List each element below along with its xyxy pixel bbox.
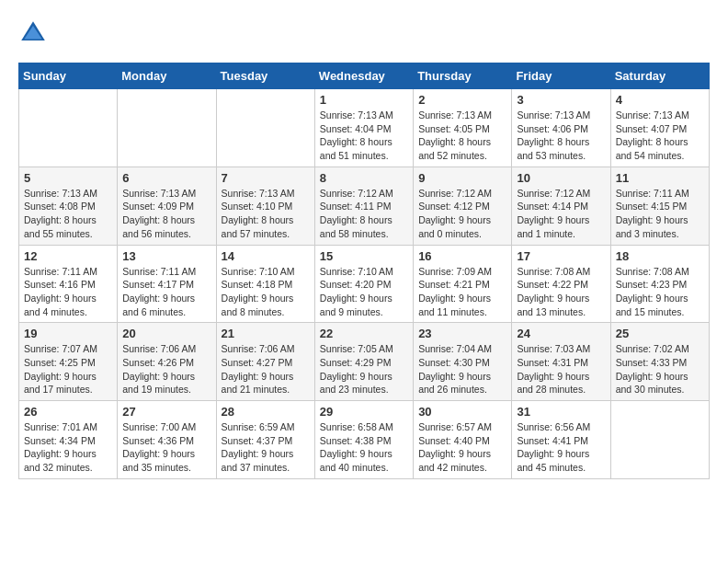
- day-number: 17: [517, 249, 605, 263]
- day-number: 8: [320, 171, 408, 185]
- day-number: 5: [24, 171, 112, 185]
- day-number: 29: [320, 405, 408, 419]
- calendar-cell: [19, 89, 118, 167]
- calendar-cell: 3Sunrise: 7:13 AM Sunset: 4:06 PM Daylig…: [512, 89, 610, 167]
- day-number: 28: [222, 405, 310, 419]
- page-header: [18, 18, 710, 48]
- calendar-cell: 21Sunrise: 7:06 AM Sunset: 4:27 PM Dayli…: [216, 323, 314, 401]
- day-info: Sunrise: 7:05 AM Sunset: 4:29 PM Dayligh…: [320, 342, 408, 396]
- calendar-cell: 5Sunrise: 7:13 AM Sunset: 4:08 PM Daylig…: [19, 167, 118, 245]
- calendar-week-row: 5Sunrise: 7:13 AM Sunset: 4:08 PM Daylig…: [19, 167, 710, 245]
- calendar-cell: 31Sunrise: 6:56 AM Sunset: 4:41 PM Dayli…: [512, 401, 610, 479]
- day-number: 22: [320, 327, 408, 340]
- day-number: 20: [122, 327, 210, 340]
- day-number: 30: [418, 405, 506, 419]
- day-number: 10: [517, 171, 605, 185]
- day-info: Sunrise: 7:02 AM Sunset: 4:33 PM Dayligh…: [616, 342, 704, 396]
- calendar-cell: 25Sunrise: 7:02 AM Sunset: 4:33 PM Dayli…: [610, 323, 709, 401]
- calendar-cell: 30Sunrise: 6:57 AM Sunset: 4:40 PM Dayli…: [414, 401, 512, 479]
- day-info: Sunrise: 7:12 AM Sunset: 4:14 PM Dayligh…: [517, 187, 605, 241]
- day-info: Sunrise: 7:04 AM Sunset: 4:30 PM Dayligh…: [418, 342, 506, 396]
- day-number: 15: [320, 249, 408, 263]
- calendar-cell: 15Sunrise: 7:10 AM Sunset: 4:20 PM Dayli…: [314, 245, 413, 323]
- day-info: Sunrise: 7:13 AM Sunset: 4:05 PM Dayligh…: [418, 109, 506, 163]
- day-info: Sunrise: 7:13 AM Sunset: 4:10 PM Dayligh…: [222, 187, 310, 241]
- day-number: 21: [222, 327, 310, 340]
- day-number: 3: [517, 93, 605, 107]
- calendar-cell: 20Sunrise: 7:06 AM Sunset: 4:26 PM Dayli…: [118, 323, 216, 401]
- calendar-cell: 12Sunrise: 7:11 AM Sunset: 4:16 PM Dayli…: [19, 245, 118, 323]
- day-number: 31: [517, 405, 605, 419]
- day-of-week-header: Sunday: [19, 63, 118, 89]
- calendar-cell: 10Sunrise: 7:12 AM Sunset: 4:14 PM Dayli…: [512, 167, 610, 245]
- calendar-week-row: 19Sunrise: 7:07 AM Sunset: 4:25 PM Dayli…: [19, 323, 710, 401]
- calendar-cell: [118, 89, 216, 167]
- logo: [18, 18, 51, 48]
- day-number: 12: [24, 249, 112, 263]
- day-info: Sunrise: 7:08 AM Sunset: 4:23 PM Dayligh…: [616, 265, 704, 319]
- day-info: Sunrise: 7:01 AM Sunset: 4:34 PM Dayligh…: [24, 420, 112, 475]
- calendar-cell: 26Sunrise: 7:01 AM Sunset: 4:34 PM Dayli…: [19, 401, 118, 479]
- calendar-cell: 1Sunrise: 7:13 AM Sunset: 4:04 PM Daylig…: [314, 89, 413, 167]
- logo-icon: [18, 18, 48, 48]
- calendar-cell: 11Sunrise: 7:11 AM Sunset: 4:15 PM Dayli…: [610, 167, 709, 245]
- day-number: 2: [418, 93, 506, 107]
- day-info: Sunrise: 7:00 AM Sunset: 4:36 PM Dayligh…: [122, 420, 210, 475]
- calendar-cell: 18Sunrise: 7:08 AM Sunset: 4:23 PM Dayli…: [610, 245, 709, 323]
- day-info: Sunrise: 7:13 AM Sunset: 4:09 PM Dayligh…: [122, 187, 210, 241]
- day-number: 19: [24, 327, 112, 340]
- day-info: Sunrise: 7:09 AM Sunset: 4:21 PM Dayligh…: [418, 265, 506, 319]
- calendar-cell: 24Sunrise: 7:03 AM Sunset: 4:31 PM Dayli…: [512, 323, 610, 401]
- day-info: Sunrise: 7:08 AM Sunset: 4:22 PM Dayligh…: [517, 265, 605, 319]
- day-info: Sunrise: 7:10 AM Sunset: 4:18 PM Dayligh…: [222, 265, 310, 319]
- day-of-week-header: Monday: [118, 63, 216, 89]
- day-of-week-header: Tuesday: [216, 63, 314, 89]
- calendar-cell: 22Sunrise: 7:05 AM Sunset: 4:29 PM Dayli…: [314, 323, 413, 401]
- day-info: Sunrise: 6:58 AM Sunset: 4:38 PM Dayligh…: [320, 420, 408, 475]
- day-info: Sunrise: 7:12 AM Sunset: 4:12 PM Dayligh…: [418, 187, 506, 241]
- calendar-cell: 8Sunrise: 7:12 AM Sunset: 4:11 PM Daylig…: [314, 167, 413, 245]
- calendar-cell: 27Sunrise: 7:00 AM Sunset: 4:36 PM Dayli…: [118, 401, 216, 479]
- day-number: 13: [122, 249, 210, 263]
- day-info: Sunrise: 7:13 AM Sunset: 4:04 PM Dayligh…: [320, 109, 408, 163]
- calendar-cell: 2Sunrise: 7:13 AM Sunset: 4:05 PM Daylig…: [414, 89, 512, 167]
- day-number: 24: [517, 327, 605, 340]
- calendar-cell: [610, 401, 709, 479]
- day-number: 11: [616, 171, 704, 185]
- day-info: Sunrise: 7:11 AM Sunset: 4:15 PM Dayligh…: [616, 187, 704, 241]
- day-info: Sunrise: 7:13 AM Sunset: 4:07 PM Dayligh…: [616, 109, 704, 163]
- day-info: Sunrise: 7:13 AM Sunset: 4:08 PM Dayligh…: [24, 187, 112, 241]
- calendar-cell: 17Sunrise: 7:08 AM Sunset: 4:22 PM Dayli…: [512, 245, 610, 323]
- calendar-cell: 7Sunrise: 7:13 AM Sunset: 4:10 PM Daylig…: [216, 167, 314, 245]
- day-of-week-header: Saturday: [610, 63, 709, 89]
- calendar-cell: [216, 89, 314, 167]
- calendar-cell: 9Sunrise: 7:12 AM Sunset: 4:12 PM Daylig…: [414, 167, 512, 245]
- calendar-cell: 28Sunrise: 6:59 AM Sunset: 4:37 PM Dayli…: [216, 401, 314, 479]
- calendar-week-row: 1Sunrise: 7:13 AM Sunset: 4:04 PM Daylig…: [19, 89, 710, 167]
- calendar-cell: 13Sunrise: 7:11 AM Sunset: 4:17 PM Dayli…: [118, 245, 216, 323]
- day-number: 23: [418, 327, 506, 340]
- day-info: Sunrise: 7:03 AM Sunset: 4:31 PM Dayligh…: [517, 342, 605, 396]
- calendar-cell: 4Sunrise: 7:13 AM Sunset: 4:07 PM Daylig…: [610, 89, 709, 167]
- day-info: Sunrise: 6:57 AM Sunset: 4:40 PM Dayligh…: [418, 420, 506, 475]
- calendar-cell: 19Sunrise: 7:07 AM Sunset: 4:25 PM Dayli…: [19, 323, 118, 401]
- day-number: 6: [122, 171, 210, 185]
- day-number: 27: [122, 405, 210, 419]
- day-number: 1: [320, 93, 408, 107]
- calendar-cell: 16Sunrise: 7:09 AM Sunset: 4:21 PM Dayli…: [414, 245, 512, 323]
- day-of-week-header: Wednesday: [314, 63, 413, 89]
- calendar: SundayMondayTuesdayWednesdayThursdayFrid…: [18, 63, 710, 479]
- day-number: 9: [418, 171, 506, 185]
- day-of-week-header: Friday: [512, 63, 610, 89]
- day-info: Sunrise: 7:07 AM Sunset: 4:25 PM Dayligh…: [24, 342, 112, 396]
- calendar-week-row: 12Sunrise: 7:11 AM Sunset: 4:16 PM Dayli…: [19, 245, 710, 323]
- day-number: 16: [418, 249, 506, 263]
- calendar-cell: 23Sunrise: 7:04 AM Sunset: 4:30 PM Dayli…: [414, 323, 512, 401]
- calendar-cell: 14Sunrise: 7:10 AM Sunset: 4:18 PM Dayli…: [216, 245, 314, 323]
- day-number: 25: [616, 327, 704, 340]
- day-number: 14: [222, 249, 310, 263]
- calendar-header-row: SundayMondayTuesdayWednesdayThursdayFrid…: [19, 63, 710, 89]
- calendar-cell: 6Sunrise: 7:13 AM Sunset: 4:09 PM Daylig…: [118, 167, 216, 245]
- day-of-week-header: Thursday: [414, 63, 512, 89]
- day-info: Sunrise: 7:11 AM Sunset: 4:16 PM Dayligh…: [24, 265, 112, 319]
